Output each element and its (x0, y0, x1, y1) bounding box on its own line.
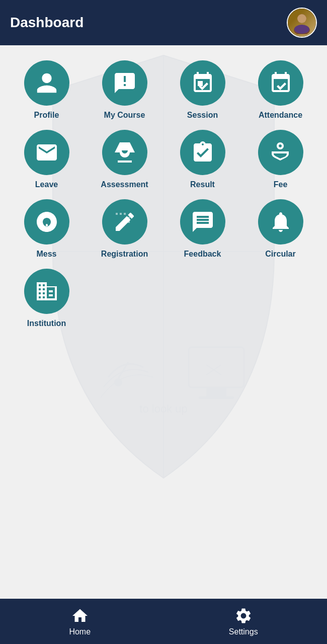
menu-label-assessment: Assessment (101, 180, 148, 189)
svg-point-2 (297, 14, 306, 23)
menu-item-mess[interactable]: Mess (10, 199, 83, 259)
menu-item-result[interactable]: Result (166, 130, 239, 189)
circular-icon (258, 199, 303, 245)
svg-rect-9 (206, 387, 226, 397)
menu-label-institution: Institution (27, 319, 66, 328)
leave-icon (24, 130, 69, 175)
menu-label-circular: Circular (265, 250, 295, 259)
menu-item-fee[interactable]: Fee (244, 130, 317, 189)
attendance-icon (258, 60, 303, 106)
menu-item-feedback[interactable]: Feedback (166, 199, 239, 259)
svg-point-3 (294, 25, 309, 34)
nav-home-label: Home (69, 627, 91, 636)
menu-item-leave[interactable]: Leave (10, 130, 83, 189)
menu-item-institution[interactable]: Institution (10, 269, 83, 328)
svg-text:to look up: to look up (139, 403, 187, 415)
home-icon (71, 607, 89, 625)
feedback-icon (180, 199, 225, 245)
menu-item-attendance[interactable]: Attendance (244, 60, 317, 120)
menu-label-my-course: My Course (104, 111, 145, 120)
menu-label-feedback: Feedback (184, 250, 221, 259)
session-icon (180, 60, 225, 106)
menu-label-mess: Mess (36, 250, 56, 259)
menu-item-circular[interactable]: Circular (244, 199, 317, 259)
mess-icon (24, 199, 69, 245)
menu-item-my-course[interactable]: My Course (88, 60, 161, 120)
settings-icon (234, 607, 253, 625)
assessment-icon (102, 130, 147, 175)
fee-icon (258, 130, 303, 175)
menu-label-leave: Leave (35, 180, 58, 189)
avatar[interactable] (287, 8, 317, 38)
menu-label-profile: Profile (34, 111, 59, 120)
menu-item-profile[interactable]: Profile (10, 60, 83, 120)
nav-settings-label: Settings (229, 627, 258, 636)
menu-grid: ProfileMy CourseSessionAttendanceLeaveAs… (10, 60, 317, 328)
menu-label-attendance: Attendance (259, 111, 302, 120)
result-icon (180, 130, 225, 175)
registration-icon (102, 199, 147, 245)
menu-item-assessment[interactable]: Assessment (88, 130, 161, 189)
menu-item-session[interactable]: Session (166, 60, 239, 120)
my-course-icon (102, 60, 147, 106)
menu-item-registration[interactable]: Registration (88, 199, 161, 259)
menu-label-result: Result (190, 180, 215, 189)
institution-icon (24, 269, 69, 314)
menu-label-registration: Registration (101, 250, 148, 259)
nav-settings[interactable]: Settings (229, 607, 258, 636)
main-content: ProfileMy CourseSessionAttendanceLeaveAs… (0, 45, 327, 388)
svg-rect-10 (199, 396, 234, 399)
profile-icon (24, 60, 69, 106)
bottom-nav: Home Settings (0, 599, 327, 644)
nav-home[interactable]: Home (69, 607, 91, 636)
header: Dashboard (0, 0, 327, 45)
menu-label-session: Session (187, 111, 218, 120)
page-title: Dashboard (10, 15, 84, 31)
menu-label-fee: Fee (274, 180, 288, 189)
